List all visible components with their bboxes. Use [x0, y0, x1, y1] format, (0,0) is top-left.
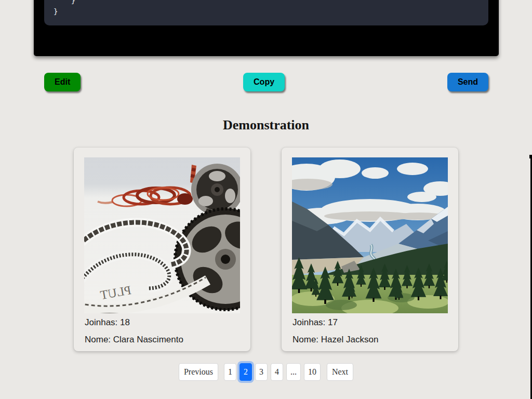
page-button-2-active[interactable]: 2: [240, 363, 252, 381]
profile-card: PLUT Joinhas: 18 Nome: Clara Nascimento: [74, 148, 250, 351]
code-response-panel: } }: [34, 0, 499, 56]
pagination: Previous 1 2 3 4 ... 10 Next: [0, 363, 532, 381]
page-button-10[interactable]: 10: [304, 363, 321, 381]
copy-button[interactable]: Copy: [243, 73, 285, 91]
code-text: } }: [44, 0, 85, 25]
page: } } Edit Copy Send Demonstration: [0, 0, 532, 399]
card-body: Joinhas: 18 Nome: Clara Nascimento: [74, 313, 250, 345]
card-body: Joinhas: 17 Nome: Hazel Jackson: [282, 313, 458, 345]
action-button-row: Edit Copy Send: [44, 73, 488, 91]
page-button-4[interactable]: 4: [271, 363, 283, 381]
cards-row: PLUT Joinhas: 18 Nome: Clara Nascimento: [74, 148, 458, 351]
mountain-valley-image: [292, 157, 448, 313]
page-button-ellipsis[interactable]: ...: [286, 363, 301, 381]
page-title: Demonstration: [0, 117, 532, 133]
joinhas-text: Joinhas: 17: [292, 317, 447, 328]
nome-text: Nome: Hazel Jackson: [292, 335, 447, 345]
previous-page-button[interactable]: Previous: [179, 363, 218, 381]
edit-button[interactable]: Edit: [44, 73, 81, 91]
code-block: } }: [44, 0, 488, 25]
send-button[interactable]: Send: [447, 73, 488, 91]
joinhas-text: Joinhas: 18: [85, 317, 240, 328]
profile-card: Joinhas: 17 Nome: Hazel Jackson: [282, 148, 458, 351]
code-line: }: [54, 0, 75, 6]
film-reels-image: PLUT: [84, 157, 240, 313]
page-button-1[interactable]: 1: [224, 363, 236, 381]
code-line: }: [54, 6, 75, 17]
next-page-button[interactable]: Next: [327, 363, 353, 381]
page-button-3[interactable]: 3: [255, 363, 268, 381]
nome-text: Nome: Clara Nascimento: [85, 335, 240, 345]
